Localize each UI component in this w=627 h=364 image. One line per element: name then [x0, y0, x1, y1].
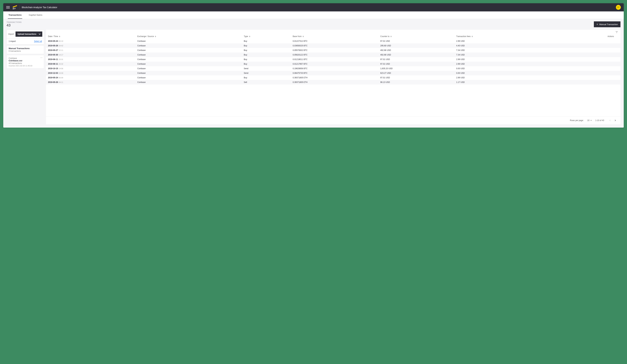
cell-fees: 0.00 USD — [454, 71, 551, 75]
table-row[interactable]: 2019-06-1120:31CoinbaseBuy0.01218011 BTC… — [46, 57, 621, 62]
table-row[interactable]: 2019-05-2722:11CoinbaseBuy0.05570632 BTC… — [46, 48, 621, 52]
cell-fees: 1.17 USD — [454, 80, 551, 85]
avatar[interactable]: CF — [616, 5, 621, 10]
cell-base: 0.01218011 BTC — [291, 57, 378, 62]
cell-type: Buy — [242, 48, 291, 52]
app-header: EY Blockchain Analyzer Tax Calculator CF — [3, 3, 624, 11]
table-row[interactable]: 2019-05-2400:10CoinbaseBuy0.01227312 BTC… — [46, 39, 621, 44]
col-fees[interactable]: Transaction fees — [454, 34, 551, 39]
tab-capital-gains[interactable]: Capital Gains — [28, 11, 43, 19]
cell-exchange: Coinbase — [135, 75, 242, 80]
col-datetime[interactable]: Date / Time — [46, 34, 135, 39]
cell-counter: 98.13 USD — [378, 80, 454, 85]
sort-icon[interactable] — [303, 36, 304, 37]
cell-actions — [551, 52, 621, 57]
cell-base: 0.08475733 BTC — [291, 71, 378, 75]
manual-transaction-button[interactable]: + Manual Transaction — [594, 21, 621, 27]
import-count-label: 1 import — [9, 40, 16, 43]
cell-type: Buy — [242, 44, 291, 48]
import-filename: Coinbase.csv — [9, 59, 42, 62]
sort-icon[interactable] — [390, 36, 392, 37]
menu-icon[interactable] — [6, 6, 10, 8]
cell-base: 0.05570632 BTC — [291, 48, 378, 52]
table-row[interactable]: 2019-05-2400:09CoinbaseBuy0.39371605 ETH… — [46, 75, 621, 80]
cell-datetime: 2019-05-2400:10 — [46, 39, 135, 44]
pagination: Rows per page: 10 1-10 of 43 — [46, 116, 621, 124]
col-exchange[interactable]: Exchange / Source — [135, 34, 242, 39]
cell-type: Sell — [242, 80, 291, 85]
sort-icon[interactable] — [249, 36, 250, 37]
table-row[interactable]: 2019-05-3014:17CoinbaseBuy0.05620122 BTC… — [46, 52, 621, 57]
sort-icon[interactable] — [471, 36, 473, 37]
subheader-label: TRANSACTIONS — [6, 21, 22, 23]
cell-type: Buy — [242, 57, 291, 62]
cell-actions — [551, 80, 621, 85]
import-card-coinbase[interactable]: ··· Coinbase Coinbase.csv 43 transaction… — [6, 55, 44, 69]
col-type[interactable]: Type — [242, 34, 291, 39]
triangle-down-icon — [590, 120, 592, 121]
cell-base: 0.05620122 BTC — [291, 52, 378, 57]
import-txn-count: 43 transactions — [9, 62, 42, 64]
cell-base: 0.39371605 ETH — [291, 75, 378, 80]
cell-type: Buy — [242, 75, 291, 80]
sort-icon[interactable] — [155, 36, 156, 37]
cell-type: Send — [242, 71, 291, 75]
plus-icon: + — [596, 23, 598, 26]
cell-datetime: 2019-05-2722:11 — [46, 48, 135, 52]
header-divider — [19, 5, 19, 9]
chevron-down-icon — [39, 33, 41, 35]
cell-actions — [551, 66, 621, 71]
cell-base: 0.03658325 BTC — [291, 44, 378, 48]
transactions-table-pane: Date / Time Exchange / Source Type Base … — [46, 30, 621, 124]
more-icon[interactable]: ··· — [40, 56, 43, 59]
import-inserted: Inserted 2021-02-03 11:45:03 — [9, 65, 42, 67]
app-title: Blockchain Analyzer Tax Calculator — [22, 6, 616, 9]
table-row[interactable]: 2019-10-1514:56CoinbaseSend0.19826658 BT… — [46, 66, 621, 71]
cell-type: Buy — [242, 39, 291, 44]
upload-transactions-button[interactable]: Upload transactions — [15, 32, 42, 37]
cell-counter: 623.27 USD — [378, 71, 454, 75]
cell-counter: 97.01 USD — [378, 62, 454, 66]
cell-datetime: 2019-12-0319:30 — [46, 71, 135, 75]
table-row[interactable]: 2019-05-2604:11CoinbaseSell0.39371605 ET… — [46, 80, 621, 85]
svg-text:EY: EY — [13, 7, 16, 9]
table-row[interactable]: 2019-12-0319:30CoinbaseSend0.08475733 BT… — [46, 71, 621, 75]
sort-icon[interactable] — [59, 36, 60, 37]
cell-fees: 7.34 USD — [454, 48, 551, 52]
cell-actions — [551, 62, 621, 66]
tab-transactions[interactable]: Transactions — [8, 11, 22, 19]
cell-fees: 7.34 USD — [454, 52, 551, 57]
next-page-button[interactable] — [613, 118, 618, 123]
cell-counter: 97.01 USD — [378, 75, 454, 80]
subheader: TRANSACTIONS 43 + Manual Transaction — [3, 19, 624, 30]
table-row[interactable]: 2019-05-2604:42CoinbaseBuy0.03658325 BTC… — [46, 44, 621, 48]
filter-icon[interactable] — [615, 31, 618, 34]
cell-actions — [551, 71, 621, 75]
col-counter[interactable]: Counter to — [378, 34, 454, 39]
sidebar: Import Upload transactions 1 import Sele… — [6, 30, 44, 124]
cell-exchange: Coinbase — [135, 62, 242, 66]
cell-datetime: 2019-06-1120:32 — [46, 62, 135, 66]
cell-fees: 2.99 USD — [454, 57, 551, 62]
cell-fees: 2.99 USD — [454, 39, 551, 44]
rows-per-page-select[interactable]: 10 — [587, 119, 592, 122]
cell-exchange: Coinbase — [135, 44, 242, 48]
page-range: 1-10 of 43 — [595, 119, 604, 122]
cell-fees: 2.99 USD — [454, 62, 551, 66]
rows-per-page-value: 10 — [587, 119, 589, 122]
table-row[interactable]: 2019-06-1120:32CoinbaseBuy0.01217857 BTC… — [46, 62, 621, 66]
transactions-table: Date / Time Exchange / Source Type Base … — [46, 34, 621, 85]
cell-exchange: Coinbase — [135, 57, 242, 62]
cell-type: Send — [242, 66, 291, 71]
select-all-link[interactable]: Select all — [34, 40, 42, 43]
cell-fees: 4.40 USD — [454, 44, 551, 48]
cell-type: Buy — [242, 62, 291, 66]
manual-transactions-card[interactable]: Manual Transactions 0 transactions — [6, 45, 44, 54]
cell-datetime: 2019-10-1514:56 — [46, 66, 135, 71]
col-base[interactable]: Base from — [291, 34, 378, 39]
cell-base: 0.39371605 ETH — [291, 80, 378, 85]
prev-page-button[interactable] — [608, 118, 612, 123]
cell-counter: 97.01 USD — [378, 57, 454, 62]
cell-datetime: 2019-05-2400:09 — [46, 75, 135, 80]
cell-type: Buy — [242, 52, 291, 57]
